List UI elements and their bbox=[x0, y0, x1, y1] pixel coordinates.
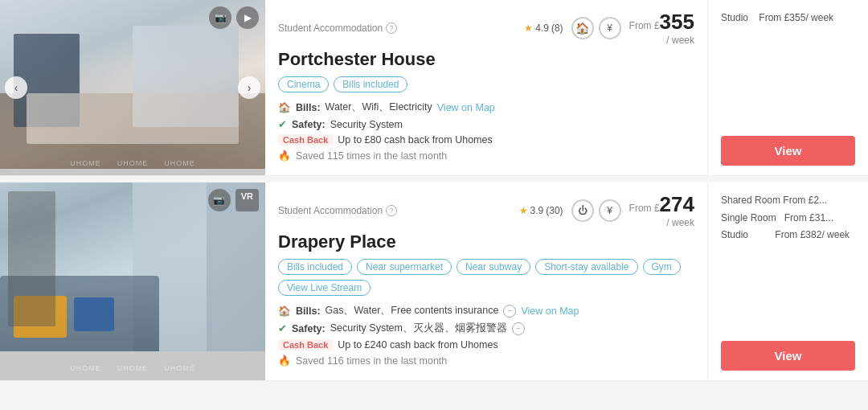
rating-count-2: 30 bbox=[549, 205, 559, 216]
amenity-icons-2: ⏻ ¥ bbox=[571, 199, 621, 222]
rating-price-2: ★ 3.9 (30) ⏻ ¥ From £274 / week bbox=[519, 192, 694, 228]
tag-near-supermarket[interactable]: Near supermarket bbox=[357, 259, 452, 275]
category-text-1: Student Accommodation bbox=[278, 23, 383, 34]
safety-detail-1: Security System bbox=[330, 119, 403, 130]
tag-view-live-stream[interactable]: View Live Stream bbox=[278, 280, 371, 296]
image-controls-2: 📷 VR bbox=[208, 189, 259, 211]
price-amount-2: 274 bbox=[660, 192, 694, 216]
safety-detail-2: Security System、灭火器、烟雾报警器 bbox=[330, 322, 507, 335]
room-options-2: Shared Room From £2... Single Room From … bbox=[721, 192, 855, 244]
listing-card-2: 📷 VR UHOMEUHOMEUHOME Student Accommodati… bbox=[0, 182, 868, 381]
tag-short-stay[interactable]: Short-stay available bbox=[535, 259, 637, 275]
cashback-row-2: Cash Back Up to £240 cash back from Uhom… bbox=[278, 339, 694, 351]
saved-text-1: Saved 115 times in the last month bbox=[296, 150, 447, 162]
rating-1: ★ 4.9 (8) bbox=[524, 23, 563, 34]
rating-2: ★ 3.9 (30) bbox=[519, 205, 563, 216]
category-1: Student Accommodation ? bbox=[278, 23, 397, 34]
category-text-2: Student Accommodation bbox=[278, 205, 383, 216]
help-icon-2[interactable]: ? bbox=[386, 205, 397, 216]
tag-near-subway[interactable]: Near subway bbox=[457, 259, 530, 275]
price-period-2: / week bbox=[629, 217, 694, 228]
collapse-icon-safety-2[interactable]: − bbox=[512, 322, 525, 335]
prev-image-btn-1[interactable]: ‹ bbox=[5, 76, 27, 99]
right-panel-1: Studio From £355/ week View bbox=[707, 0, 868, 175]
tag-bills-included-2[interactable]: Bills included bbox=[278, 259, 352, 275]
view-button-1[interactable]: View bbox=[721, 136, 855, 166]
amenity-icon-building-1: 🏠 bbox=[571, 17, 594, 39]
listing-image-container-1: 📷 ▶ ‹ › UHOMEUHOMEUHOME bbox=[0, 0, 265, 175]
video-icon-btn-1[interactable]: ▶ bbox=[236, 6, 259, 29]
cashback-badge-2: Cash Back bbox=[278, 339, 333, 351]
listing-title-1: Portchester House bbox=[278, 49, 694, 70]
tag-bills-included-1[interactable]: Bills included bbox=[334, 76, 407, 92]
next-image-btn-1[interactable]: › bbox=[238, 76, 260, 99]
price-block-2: From £274 / week bbox=[629, 192, 694, 228]
listing-image-container-2: 📷 VR UHOMEUHOMEUHOME bbox=[0, 182, 265, 380]
vr-icon-btn-2[interactable]: VR bbox=[235, 189, 259, 211]
cashback-detail-2: Up to £240 cash back from Uhomes bbox=[338, 339, 497, 351]
safety-row-2: ✔ Safety: Security System、灭火器、烟雾报警器 − bbox=[278, 322, 694, 335]
tags-row-1: Cinema Bills included bbox=[278, 76, 694, 92]
image-controls-1: 📷 ▶ bbox=[209, 6, 259, 29]
room-option-2-0: Shared Room From £2... bbox=[721, 192, 855, 210]
shield-icon-1: ✔ bbox=[278, 118, 287, 130]
price-amount-1: 355 bbox=[660, 10, 694, 34]
watermark-1: UHOMEUHOMEUHOME bbox=[70, 159, 195, 167]
camera-icon-btn-2[interactable]: 📷 bbox=[208, 189, 231, 211]
room-options-1: Studio From £355/ week bbox=[721, 10, 855, 27]
fire-icon-2: 🔥 bbox=[278, 355, 291, 367]
amenity-icons-1: 🏠 ¥ bbox=[571, 17, 621, 39]
listing-header-2: Student Accommodation ? ★ 3.9 (30) ⏻ ¥ F… bbox=[278, 192, 694, 228]
amenity-icon-currency-1: ¥ bbox=[599, 17, 621, 39]
price-period-1: / week bbox=[629, 35, 694, 46]
room-option-1-0: Studio From £355/ week bbox=[721, 10, 855, 27]
cashback-row-1: Cash Back Up to £80 cash back from Uhome… bbox=[278, 134, 694, 146]
listing-content-2: Student Accommodation ? ★ 3.9 (30) ⏻ ¥ F… bbox=[265, 182, 707, 380]
rating-value-1: 4.9 bbox=[535, 23, 549, 34]
rating-count-1: 8 bbox=[555, 23, 560, 34]
rating-value-2: 3.9 bbox=[530, 205, 544, 216]
saved-row-2: 🔥 Saved 116 times in the last month bbox=[278, 355, 694, 367]
view-map-link-2[interactable]: View on Map bbox=[521, 305, 579, 317]
tags-row-2: Bills included Near supermarket Near sub… bbox=[278, 259, 694, 296]
safety-row-1: ✔ Safety: Security System bbox=[278, 118, 694, 130]
watermark-2: UHOMEUHOMEUHOME bbox=[70, 364, 195, 372]
listing-title-2: Drapery Place bbox=[278, 232, 694, 252]
price-block-1: From £355 / week bbox=[629, 10, 694, 46]
bills-detail-2: Gas、Water、Free contents insurance bbox=[326, 304, 499, 318]
category-2: Student Accommodation ? bbox=[278, 205, 397, 216]
listing-header-1: Student Accommodation ? ★ 4.9 (8) 🏠 ¥ Fr… bbox=[278, 10, 694, 46]
view-map-link-1[interactable]: View on Map bbox=[437, 102, 495, 113]
room-option-2-1: Single Room From £31... bbox=[721, 210, 855, 228]
cashback-detail-1: Up to £80 cash back from Uhomes bbox=[338, 134, 492, 146]
bills-row-1: 🏠 Bills: Water、Wifi、Electricity View on … bbox=[278, 100, 694, 114]
right-panel-2: Shared Room From £2... Single Room From … bbox=[707, 182, 868, 380]
camera-icon-btn-1[interactable]: 📷 bbox=[209, 6, 231, 29]
fire-icon-1: 🔥 bbox=[278, 150, 291, 162]
cashback-badge-1: Cash Back bbox=[278, 134, 333, 146]
tag-gym[interactable]: Gym bbox=[643, 259, 681, 275]
saved-text-2: Saved 116 times in the last month bbox=[296, 355, 447, 367]
listing-card-1: 📷 ▶ ‹ › UHOMEUHOMEUHOME Student Accommod… bbox=[0, 0, 868, 176]
rating-price-1: ★ 4.9 (8) 🏠 ¥ From £355 / week bbox=[524, 10, 694, 46]
amenity-icon-plug-2: ⏻ bbox=[571, 199, 594, 222]
shield-icon-2: ✔ bbox=[278, 322, 287, 334]
room-option-2-2: Studio From £382/ week bbox=[721, 227, 855, 244]
amenity-icon-currency-2: ¥ bbox=[599, 199, 621, 222]
bills-row-2: 🏠 Bills: Gas、Water、Free contents insuran… bbox=[278, 304, 694, 318]
bills-detail-1: Water、Wifi、Electricity bbox=[326, 100, 432, 114]
tag-cinema[interactable]: Cinema bbox=[278, 76, 329, 92]
listing-content-1: Student Accommodation ? ★ 4.9 (8) 🏠 ¥ Fr… bbox=[265, 0, 707, 175]
building-icon-1: 🏠 bbox=[278, 101, 291, 113]
saved-row-1: 🔥 Saved 115 times in the last month bbox=[278, 150, 694, 162]
view-button-2[interactable]: View bbox=[721, 341, 855, 371]
help-icon-1[interactable]: ? bbox=[386, 23, 397, 34]
collapse-icon-bills-2[interactable]: − bbox=[503, 305, 516, 318]
building-icon-2: 🏠 bbox=[278, 305, 291, 317]
